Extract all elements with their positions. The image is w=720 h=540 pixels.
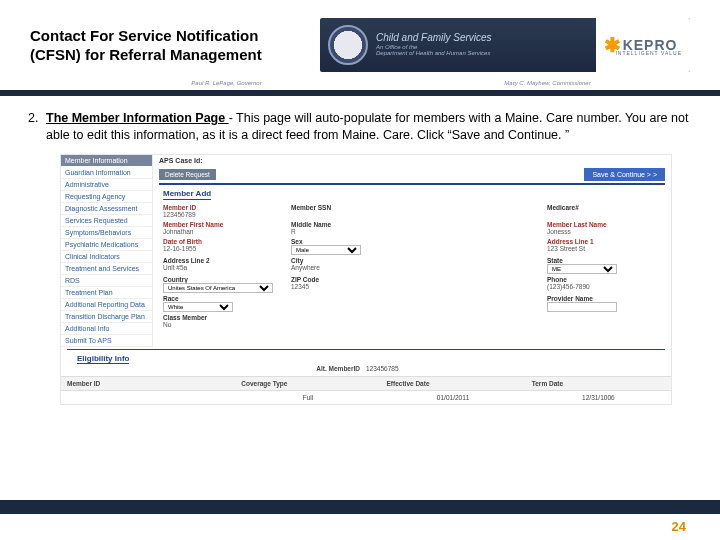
kepro-tagline: INTELLIGENT VALUE xyxy=(615,50,682,56)
field-value: Jonesss xyxy=(547,228,661,236)
state-seal-icon xyxy=(328,25,368,65)
col-header: Effective Date xyxy=(381,376,526,391)
title-block: Contact For Service Notification (CFSN) … xyxy=(30,26,320,65)
field-label: Address Line 2 xyxy=(163,257,277,264)
field-label: Address Line 1 xyxy=(547,238,661,245)
col-header: Member ID xyxy=(61,376,235,391)
field-value: 123456789 xyxy=(163,211,277,219)
alt-member-value: 123456785 xyxy=(366,365,661,372)
agency-text: Child and Family Services An Office of t… xyxy=(376,33,492,56)
slide-body: 2. The Member Information Page - This pa… xyxy=(0,96,720,405)
field-value: R xyxy=(291,228,405,236)
sidebar-item[interactable]: Diagnostic Assessment xyxy=(61,203,152,215)
state-select[interactable]: ME xyxy=(547,264,617,274)
field-label: Date of Birth xyxy=(163,238,277,245)
section-rule xyxy=(159,183,665,185)
page-number: 24 xyxy=(672,519,686,534)
field-value: 12345 xyxy=(291,283,405,291)
sidebar-item[interactable]: Treatment and Services xyxy=(61,263,152,275)
field-label: Member Last Name xyxy=(547,221,661,228)
table-cell: 01/01/2011 xyxy=(381,391,526,404)
field-label: Sex xyxy=(291,238,405,245)
delete-request-button[interactable]: Delete Request xyxy=(159,169,216,180)
step-2: 2. The Member Information Page - This pa… xyxy=(28,110,692,144)
sidebar-item[interactable]: Transition Discharge Plan xyxy=(61,311,152,323)
field-label: ZIP Code xyxy=(291,276,405,283)
top-bar: APS Case Id: xyxy=(153,155,671,166)
sidebar-item[interactable]: Additional Reporting Data xyxy=(61,299,152,311)
field-value: 12-16-1955 xyxy=(163,245,277,253)
sidebar-item[interactable]: Psychiatric Medications xyxy=(61,239,152,251)
field-value: No xyxy=(163,321,277,329)
embedded-screenshot: Member Information Guardian Information … xyxy=(60,154,672,405)
col-header: Term Date xyxy=(526,376,671,391)
field-label: State xyxy=(547,257,661,264)
sidebar-item[interactable]: Additional Info xyxy=(61,323,152,335)
provider-input[interactable] xyxy=(547,302,617,312)
field-value: 123 Street St xyxy=(547,245,661,253)
sidebar-item[interactable]: Requesting Agency xyxy=(61,191,152,203)
slide-header: Contact For Service Notification (CFSN) … xyxy=(0,0,720,80)
sidebar: Member Information Guardian Information … xyxy=(61,155,153,347)
title-line2: (CFSN) for Referral Management xyxy=(30,45,320,65)
field-value: Unit #5a xyxy=(163,264,277,272)
agency-sub2: Department of Health and Human Services xyxy=(376,50,492,56)
country-select[interactable]: Unites States Of America xyxy=(163,283,273,293)
sidebar-item[interactable]: RDS xyxy=(61,275,152,287)
section-header-eligibility: Eligibility Info xyxy=(67,349,665,365)
aps-case-id-label: APS Case Id: xyxy=(159,157,203,164)
governor-name: Paul R. LePage, Governor xyxy=(191,80,261,86)
field-label: Middle Name xyxy=(291,221,405,228)
table-cell: 12/31/1006 xyxy=(526,391,671,404)
step-number: 2. xyxy=(28,110,46,144)
sidebar-item[interactable]: Treatment Plan xyxy=(61,287,152,299)
officials-row: Paul R. LePage, Governor Mary C. Mayhew,… xyxy=(0,80,720,86)
field-label: Member ID xyxy=(163,204,277,211)
table-cell: Full xyxy=(235,391,380,404)
field-label: Medicare# xyxy=(547,204,661,211)
sidebar-header: Member Information xyxy=(61,155,152,167)
agency-name: Child and Family Services xyxy=(376,32,492,43)
sidebar-item[interactable]: Guardian Information xyxy=(61,167,152,179)
field-label: Race xyxy=(163,295,277,302)
field-label: City xyxy=(291,257,405,264)
col-header: Coverage Type xyxy=(235,376,380,391)
sidebar-item[interactable]: Administrative xyxy=(61,179,152,191)
step-heading: The Member Information Page xyxy=(46,111,229,125)
save-continue-button[interactable]: Save & Continue > > xyxy=(584,168,665,181)
field-label: Country xyxy=(163,276,277,283)
commissioner-name: Mary C. Mayhew, Commissioner xyxy=(504,80,590,86)
field-value: Johnathan xyxy=(163,228,277,236)
sex-select[interactable]: Male xyxy=(291,245,361,255)
race-select[interactable]: White xyxy=(163,302,233,312)
field-value: Anywhere xyxy=(291,264,405,272)
step-text: The Member Information Page - This page … xyxy=(46,110,692,144)
alt-member-row: Alt. MemberID 123456785 xyxy=(61,365,671,376)
field-value xyxy=(547,211,661,219)
field-label: Member First Name xyxy=(163,221,277,228)
member-fields-grid: Member ID123456789 Member SSN Medicare# … xyxy=(153,202,671,335)
field-value xyxy=(291,211,405,219)
field-label: Phone xyxy=(547,276,661,283)
title-line1: Contact For Service Notification xyxy=(30,26,320,46)
sidebar-item[interactable]: Symptoms/Behaviors xyxy=(61,227,152,239)
sidebar-item[interactable]: Submit To APS xyxy=(61,335,152,347)
kepro-logo: ✱ KEPRO INTELLIGENT VALUE xyxy=(596,18,690,72)
main-panel: APS Case Id: Delete Request Save & Conti… xyxy=(153,155,671,347)
table-cell xyxy=(61,391,235,404)
field-label: Class Member xyxy=(163,314,277,321)
agency-banner: Child and Family Services An Office of t… xyxy=(320,18,690,72)
eligibility-table: Member ID Coverage Type Effective Date T… xyxy=(61,376,671,404)
sidebar-item[interactable]: Clinical Indicators xyxy=(61,251,152,263)
section-header-member-add: Member Add xyxy=(163,189,211,200)
footer-divider xyxy=(0,500,720,514)
field-label: Provider Name xyxy=(547,295,661,302)
field-label: Member SSN xyxy=(291,204,405,211)
alt-member-label: Alt. MemberID xyxy=(71,365,366,372)
field-value: (123)456-7890 xyxy=(547,283,661,291)
sidebar-item[interactable]: Services Requested xyxy=(61,215,152,227)
